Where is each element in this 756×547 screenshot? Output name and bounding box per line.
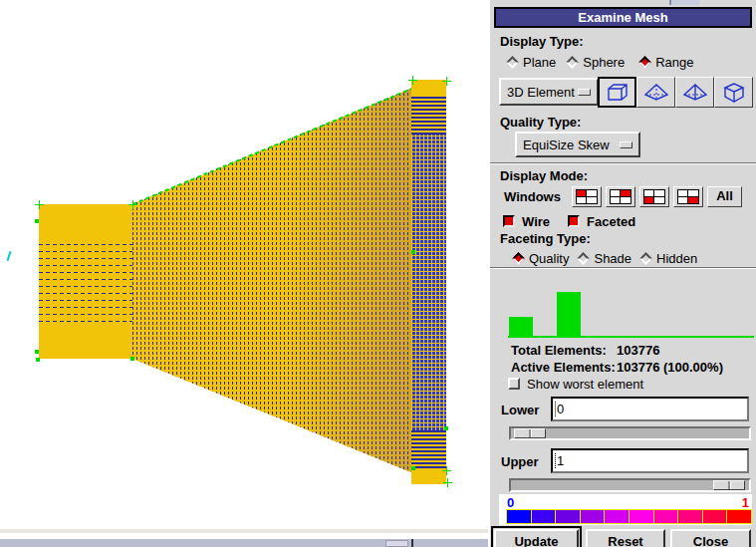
tet-element-button[interactable]	[636, 77, 675, 108]
mesh-viewport[interactable]	[0, 0, 488, 547]
element-type-dropdown-value: 3D Element	[507, 85, 575, 100]
examine-mesh-window: Examine Mesh Display Type: Plane Sphere …	[0, 0, 756, 547]
axis-tick	[7, 251, 12, 261]
vertex-marker	[411, 466, 415, 470]
upper-label: Upper	[501, 454, 539, 469]
band-top-stripes	[411, 97, 446, 135]
vertex-marker	[35, 219, 39, 223]
element-shape-buttons	[598, 77, 753, 108]
text-caret	[555, 402, 556, 416]
upper-slider[interactable]	[509, 478, 751, 492]
windows-label: Windows	[504, 189, 561, 204]
plane-radio[interactable]	[506, 56, 519, 69]
hex-element-icon	[605, 82, 630, 104]
range-radio[interactable]	[638, 56, 651, 69]
wedge-element-button[interactable]	[714, 77, 753, 108]
lower-input[interactable]: 0	[551, 397, 749, 421]
panel-title: Examine Mesh	[494, 7, 752, 28]
hex-element-button[interactable]	[598, 77, 636, 108]
band-bottom-stripes	[411, 430, 446, 468]
quality-radio[interactable]	[512, 252, 525, 265]
lower-slider[interactable]	[509, 426, 751, 440]
shade-radio-label[interactable]: Shade	[594, 251, 631, 266]
window-quadrant-button-3[interactable]	[639, 186, 669, 207]
sphere-radio-label[interactable]: Sphere	[583, 55, 625, 70]
color-ramp-cell	[654, 510, 679, 523]
color-ramp-cell	[556, 510, 581, 523]
mesh-fine-band	[411, 80, 446, 484]
show-worst-checkbox[interactable]	[508, 378, 520, 390]
upper-slider-thumb[interactable]	[713, 480, 745, 490]
mesh-horizontal-lines	[39, 244, 132, 326]
window-quadrant-button-4[interactable]	[673, 186, 703, 207]
pyramid-element-icon	[682, 82, 708, 104]
upper-input-value: 1	[557, 453, 564, 468]
background-window-strip	[0, 539, 488, 547]
total-elements-value: 103776	[617, 343, 659, 358]
all-windows-button[interactable]: All	[707, 186, 742, 207]
faceted-checkbox[interactable]	[568, 215, 580, 227]
update-button[interactable]: Update	[494, 529, 579, 547]
color-ramp-cell	[605, 510, 630, 523]
background-window-fragment	[385, 540, 408, 547]
plane-radio-label[interactable]: Plane	[523, 55, 556, 70]
element-type-dropdown[interactable]: 3D Element	[499, 78, 599, 106]
wire-checkbox[interactable]	[503, 215, 515, 227]
display-type-label: Display Type:	[500, 34, 584, 49]
color-ramp-cell	[703, 510, 728, 523]
total-elements-row: Total Elements: 103776	[511, 343, 659, 358]
active-elements-value: 103776 (100.00%)	[617, 360, 723, 375]
vertex-marker	[442, 77, 451, 86]
text-caret	[555, 453, 556, 468]
upper-input[interactable]: 1	[551, 448, 749, 473]
lower-label: Lower	[501, 403, 539, 417]
mesh-inlet-block	[39, 204, 132, 359]
window-quadrant-button-2[interactable]	[606, 186, 635, 207]
display-mode-label: Display Mode:	[500, 168, 588, 183]
vertex-marker	[408, 76, 417, 85]
wedge-element-icon	[721, 82, 747, 104]
color-ramp-cell	[507, 510, 532, 523]
color-ramp-cell	[581, 510, 606, 523]
vertex-marker	[36, 358, 40, 362]
vertex-marker	[35, 350, 39, 354]
ramp-min-label: 0	[507, 495, 514, 510]
histogram-baseline	[508, 336, 754, 338]
lower-input-value: 0	[557, 402, 564, 416]
color-ramp-cell	[532, 510, 557, 523]
pyramid-element-button[interactable]	[675, 77, 714, 108]
quality-type-dropdown-value: EquiSize Skew	[523, 137, 610, 152]
lower-slider-thumb[interactable]	[514, 428, 546, 438]
option-menu-glyph-icon	[578, 89, 591, 96]
quality-radio-label[interactable]: Quality	[529, 251, 569, 266]
histogram-bar	[557, 292, 581, 336]
wire-checkbox-label[interactable]: Wire	[522, 214, 550, 229]
active-elements-row: Active Elements: 103776 (100.00%)	[511, 360, 723, 375]
range-radio-label[interactable]: Range	[655, 55, 693, 70]
quality-type-label: Quality Type:	[500, 115, 581, 130]
histogram-bar	[509, 317, 533, 336]
show-worst-row: Show worst element	[508, 376, 643, 392]
hidden-radio-label[interactable]: Hidden	[656, 251, 697, 266]
separator	[490, 162, 756, 164]
hidden-radio[interactable]	[639, 252, 652, 265]
faceted-checkbox-label[interactable]: Faceted	[587, 214, 635, 229]
vertex-marker	[442, 466, 451, 475]
quality-histogram	[508, 289, 754, 336]
examine-mesh-panel: Examine Mesh Display Type: Plane Sphere …	[488, 0, 756, 547]
color-ramp-cell	[630, 510, 654, 523]
shade-radio[interactable]	[578, 252, 591, 265]
display-type-radios: Plane Sphere Range	[508, 54, 693, 70]
sphere-radio[interactable]	[566, 56, 579, 69]
background-window-divider	[411, 539, 413, 547]
total-elements-label: Total Elements:	[511, 343, 617, 358]
window-quadrant-button-1[interactable]	[572, 186, 602, 207]
ramp-max-label: 1	[742, 495, 749, 510]
reset-button[interactable]: Reset	[586, 529, 665, 547]
show-worst-label[interactable]: Show worst element	[527, 377, 643, 392]
band-bottom-cap	[411, 468, 446, 484]
tet-element-icon	[643, 82, 669, 104]
faceting-type-label: Faceting Type:	[500, 231, 591, 246]
quality-type-dropdown[interactable]: EquiSize Skew	[515, 132, 640, 157]
close-button[interactable]: Close	[670, 529, 751, 547]
